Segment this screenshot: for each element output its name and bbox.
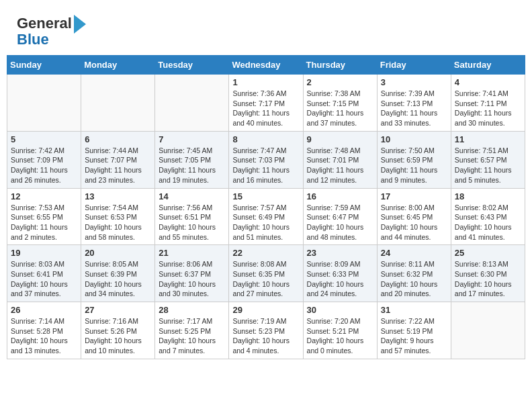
day-number: 16 [307,191,373,201]
day-info: Sunrise: 7:14 AM Sunset: 5:28 PM Dayligh… [11,316,77,356]
calendar-week-1: 1Sunrise: 7:36 AM Sunset: 7:17 PM Daylig… [7,75,525,132]
calendar-week-5: 26Sunrise: 7:14 AM Sunset: 5:28 PM Dayli… [7,302,525,359]
weekday-header-friday: Friday [377,56,451,75]
calendar-cell: 12Sunrise: 7:53 AM Sunset: 6:55 PM Dayli… [7,188,81,245]
weekday-header-sunday: Sunday [7,56,81,75]
day-info: Sunrise: 7:36 AM Sunset: 7:17 PM Dayligh… [232,89,299,128]
calendar-cell: 31Sunrise: 7:22 AM Sunset: 5:19 PM Dayli… [377,302,451,359]
day-info: Sunrise: 8:05 AM Sunset: 6:39 PM Dayligh… [85,259,151,299]
calendar-cell: 4Sunrise: 7:41 AM Sunset: 7:11 PM Daylig… [451,75,525,132]
calendar-cell: 18Sunrise: 8:02 AM Sunset: 6:43 PM Dayli… [451,188,525,245]
calendar-cell: 27Sunrise: 7:16 AM Sunset: 5:26 PM Dayli… [81,302,155,359]
day-number: 8 [232,134,299,144]
weekday-header-tuesday: Tuesday [155,56,229,75]
day-info: Sunrise: 7:19 AM Sunset: 5:23 PM Dayligh… [232,316,299,356]
day-number: 25 [455,248,521,258]
calendar-cell: 25Sunrise: 8:13 AM Sunset: 6:30 PM Dayli… [451,245,525,302]
calendar-cell: 21Sunrise: 8:06 AM Sunset: 6:37 PM Dayli… [155,245,229,302]
day-info: Sunrise: 7:51 AM Sunset: 6:57 PM Dayligh… [455,146,521,185]
day-number: 26 [11,305,77,315]
day-number: 27 [85,305,151,315]
calendar-week-2: 5Sunrise: 7:42 AM Sunset: 7:09 PM Daylig… [7,131,525,188]
calendar-table: SundayMondayTuesdayWednesdayThursdayFrid… [7,55,525,359]
day-number: 12 [11,191,77,201]
calendar-cell: 7Sunrise: 7:45 AM Sunset: 7:05 PM Daylig… [155,131,229,188]
day-info: Sunrise: 7:22 AM Sunset: 5:19 PM Dayligh… [381,316,447,356]
day-number: 20 [85,248,151,258]
day-number: 11 [455,134,521,144]
day-number: 2 [307,77,373,87]
calendar-header-row: SundayMondayTuesdayWednesdayThursdayFrid… [7,56,525,75]
day-number: 6 [85,134,151,144]
calendar-cell: 29Sunrise: 7:19 AM Sunset: 5:23 PM Dayli… [229,302,303,359]
day-number: 1 [232,77,299,87]
day-number: 28 [159,305,225,315]
calendar-cell: 2Sunrise: 7:38 AM Sunset: 7:15 PM Daylig… [303,75,377,132]
logo-arrow-icon [74,15,86,34]
calendar-cell: 19Sunrise: 8:03 AM Sunset: 6:41 PM Dayli… [7,245,81,302]
day-info: Sunrise: 7:48 AM Sunset: 7:01 PM Dayligh… [307,146,373,185]
calendar-cell: 30Sunrise: 7:20 AM Sunset: 5:21 PM Dayli… [303,302,377,359]
day-number: 9 [307,134,373,144]
day-number: 4 [455,77,521,87]
day-info: Sunrise: 8:09 AM Sunset: 6:33 PM Dayligh… [307,259,373,299]
calendar-cell [451,302,525,359]
day-info: Sunrise: 8:11 AM Sunset: 6:32 PM Dayligh… [381,259,447,299]
calendar-cell: 8Sunrise: 7:47 AM Sunset: 7:03 PM Daylig… [229,131,303,188]
calendar-cell [155,75,229,132]
calendar-week-4: 19Sunrise: 8:03 AM Sunset: 6:41 PM Dayli… [7,245,525,302]
calendar-cell: 3Sunrise: 7:39 AM Sunset: 7:13 PM Daylig… [377,75,451,132]
calendar-cell: 1Sunrise: 7:36 AM Sunset: 7:17 PM Daylig… [229,75,303,132]
day-number: 14 [159,191,225,201]
day-info: Sunrise: 7:57 AM Sunset: 6:49 PM Dayligh… [232,203,299,242]
day-info: Sunrise: 7:53 AM Sunset: 6:55 PM Dayligh… [11,203,77,242]
day-info: Sunrise: 7:44 AM Sunset: 7:07 PM Dayligh… [85,146,151,185]
calendar-cell: 5Sunrise: 7:42 AM Sunset: 7:09 PM Daylig… [7,131,81,188]
day-number: 10 [381,134,447,144]
weekday-header-thursday: Thursday [303,56,377,75]
calendar-cell: 14Sunrise: 7:56 AM Sunset: 6:51 PM Dayli… [155,188,229,245]
calendar-cell: 6Sunrise: 7:44 AM Sunset: 7:07 PM Daylig… [81,131,155,188]
day-info: Sunrise: 7:47 AM Sunset: 7:03 PM Dayligh… [232,146,299,185]
day-info: Sunrise: 7:38 AM Sunset: 7:15 PM Dayligh… [307,89,373,128]
calendar-cell: 13Sunrise: 7:54 AM Sunset: 6:53 PM Dayli… [81,188,155,245]
day-info: Sunrise: 7:41 AM Sunset: 7:11 PM Dayligh… [455,89,521,128]
day-info: Sunrise: 8:02 AM Sunset: 6:43 PM Dayligh… [455,203,521,242]
logo: General Blue [17,13,86,48]
weekday-header-wednesday: Wednesday [229,56,303,75]
page-header: General Blue [7,7,525,52]
day-info: Sunrise: 7:16 AM Sunset: 5:26 PM Dayligh… [85,316,151,356]
calendar-cell: 10Sunrise: 7:50 AM Sunset: 6:59 PM Dayli… [377,131,451,188]
day-number: 18 [455,191,521,201]
day-number: 30 [307,305,373,315]
calendar-cell: 24Sunrise: 8:11 AM Sunset: 6:32 PM Dayli… [377,245,451,302]
day-number: 3 [381,77,447,87]
calendar-cell: 26Sunrise: 7:14 AM Sunset: 5:28 PM Dayli… [7,302,81,359]
day-info: Sunrise: 7:56 AM Sunset: 6:51 PM Dayligh… [159,203,225,242]
day-number: 13 [85,191,151,201]
calendar-cell: 17Sunrise: 8:00 AM Sunset: 6:45 PM Dayli… [377,188,451,245]
day-info: Sunrise: 7:39 AM Sunset: 7:13 PM Dayligh… [381,89,447,128]
logo-general: General [17,15,72,32]
calendar-cell: 11Sunrise: 7:51 AM Sunset: 6:57 PM Dayli… [451,131,525,188]
day-info: Sunrise: 7:50 AM Sunset: 6:59 PM Dayligh… [381,146,447,185]
calendar-week-3: 12Sunrise: 7:53 AM Sunset: 6:55 PM Dayli… [7,188,525,245]
day-info: Sunrise: 8:06 AM Sunset: 6:37 PM Dayligh… [159,259,225,299]
weekday-header-monday: Monday [81,56,155,75]
calendar-cell: 9Sunrise: 7:48 AM Sunset: 7:01 PM Daylig… [303,131,377,188]
day-number: 29 [232,305,299,315]
day-info: Sunrise: 7:59 AM Sunset: 6:47 PM Dayligh… [307,203,373,242]
day-number: 7 [159,134,225,144]
day-number: 19 [11,248,77,258]
calendar-cell: 16Sunrise: 7:59 AM Sunset: 6:47 PM Dayli… [303,188,377,245]
day-number: 31 [381,305,447,315]
day-number: 5 [11,134,77,144]
day-number: 23 [307,248,373,258]
day-number: 15 [232,191,299,201]
day-info: Sunrise: 7:42 AM Sunset: 7:09 PM Dayligh… [11,146,77,185]
day-info: Sunrise: 8:03 AM Sunset: 6:41 PM Dayligh… [11,259,77,299]
day-info: Sunrise: 7:17 AM Sunset: 5:25 PM Dayligh… [159,316,225,356]
calendar-cell: 15Sunrise: 7:57 AM Sunset: 6:49 PM Dayli… [229,188,303,245]
day-number: 21 [159,248,225,258]
day-number: 24 [381,248,447,258]
